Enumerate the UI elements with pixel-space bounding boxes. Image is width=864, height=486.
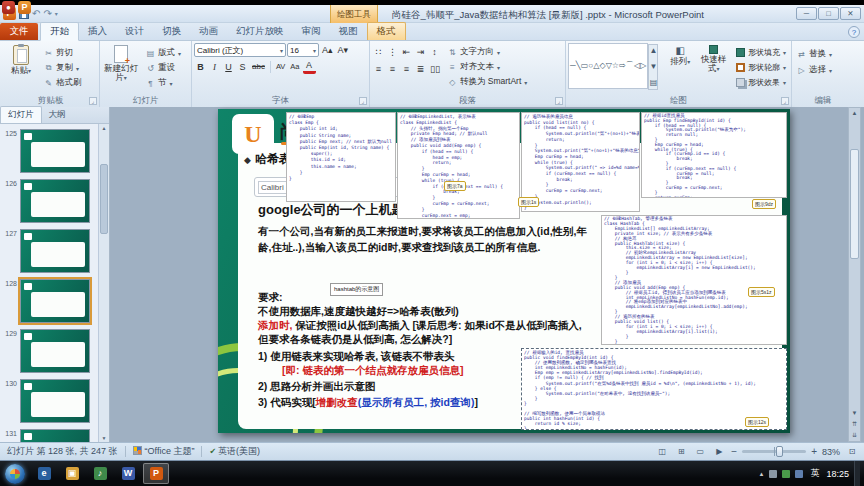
numbering-button[interactable]: ⋮ [386, 45, 399, 59]
taskbar-clock[interactable]: 18:25 [826, 469, 849, 479]
shape-triangle-icon[interactable]: △ [593, 61, 599, 71]
close-button[interactable]: ✕ [840, 7, 861, 20]
slide-thumbnail-128-selected[interactable] [20, 279, 90, 323]
scroll-up-icon[interactable]: ▲ [852, 108, 858, 119]
figure-tag[interactable]: 图示5s1z [748, 287, 775, 297]
slide-thumbnail-130[interactable] [20, 379, 90, 423]
align-right-button[interactable]: ≡ [400, 62, 413, 76]
slide-sorter-view-button[interactable]: ⊞ [674, 447, 688, 456]
align-left-button[interactable]: ≡ [372, 62, 385, 76]
figure-tag[interactable]: 图示9dz [752, 199, 776, 209]
show-desktop-button[interactable] [854, 461, 860, 486]
align-text-button[interactable]: ≡对齐文本▾ [445, 60, 530, 74]
tab-file[interactable]: 文件 [0, 23, 38, 40]
zoom-slider[interactable] [742, 450, 806, 453]
code-box-emp-class[interactable]: // 创建Emp class Emp { public int id; publ… [286, 112, 396, 202]
language-indicator[interactable]: ✔英语(美国) [209, 445, 260, 458]
slide-thumbnail-131[interactable] [20, 429, 90, 442]
code-box-emplinkedlist-add[interactable]: // 创建EmpLinkedList, 表示链表 class EmpLinked… [397, 112, 520, 219]
font-size-combo[interactable]: 16▾ [287, 43, 319, 57]
layout-button[interactable]: ▤版式▾ [143, 46, 184, 60]
next-slide-icon[interactable]: ⇊ [852, 430, 857, 441]
slide-thumbnail-129[interactable] [20, 329, 90, 373]
slide-heading[interactable]: google公司的一个上机题: [258, 201, 409, 219]
zoom-level[interactable]: 83% [822, 447, 840, 457]
taskbar-app-media[interactable]: ♪ [87, 463, 113, 484]
text-shadow-button[interactable]: S [236, 60, 249, 74]
panel-tab-outline[interactable]: 大纲 [42, 107, 73, 123]
minimize-button[interactable]: ─ [796, 7, 817, 20]
shapes-gallery-scrollbar[interactable]: ▲▼▤ [648, 44, 658, 90]
tray-icon-1[interactable] [769, 470, 777, 478]
shape-rectangle-icon[interactable]: ▭ [581, 61, 589, 71]
align-center-button[interactable]: ≡ [386, 62, 399, 76]
font-name-combo[interactable]: Calibri (正文)▾ [194, 43, 286, 57]
scroll-down-icon[interactable]: ▼ [852, 408, 858, 419]
format-painter-button[interactable]: ✎格式刷 [41, 76, 85, 90]
shape-effects-button[interactable]: 形状效果▾ [733, 75, 789, 89]
undo-icon[interactable]: ↶ [32, 8, 40, 20]
tab-view[interactable]: 视图 [330, 23, 367, 40]
line-spacing-button[interactable]: ↕ [428, 45, 441, 59]
list-item-2[interactable]: 2) 思路分析并画出示意图 [258, 380, 375, 394]
slide-thumbnail-127[interactable] [20, 229, 90, 273]
hashtab-diagram-label[interactable]: hashtab的示意图 [330, 283, 383, 296]
tray-icon-3[interactable] [795, 470, 803, 478]
paragraph-dialog-launcher[interactable]: ⌟ [555, 97, 563, 105]
change-case-button[interactable]: Aa [288, 60, 301, 74]
paste-button[interactable]: 粘贴▾ [4, 43, 38, 76]
text-direction-button[interactable]: ⇅文字方向▾ [445, 45, 530, 59]
tab-insert[interactable]: 插入 [79, 23, 116, 40]
start-button[interactable] [5, 464, 25, 484]
figure-tag[interactable]: 图示12s [745, 417, 769, 427]
taskbar-app-word[interactable]: W [115, 463, 141, 484]
taskbar-app-explorer[interactable]: ▣ [59, 463, 85, 484]
clipboard-dialog-launcher[interactable]: ⌟ [89, 97, 97, 105]
zoom-slider-thumb[interactable] [776, 446, 783, 457]
font-color-button[interactable]: A [303, 60, 316, 74]
taskbar-app-browser[interactable]: e [31, 463, 57, 484]
scrollbar-thumb[interactable] [850, 149, 859, 259]
shape-star-icon[interactable]: ☆ [612, 61, 619, 71]
panel-tab-slides[interactable]: 幻灯片 [0, 106, 42, 123]
copy-button[interactable]: ⧉复制▾ [41, 61, 85, 75]
help-icon[interactable]: ? [848, 26, 860, 38]
slide-paragraph[interactable]: 有一个公司,当有新的员工来报道时,要求将该员工的信息加入(id,性别,年龄,住址… [258, 223, 590, 255]
smartart-button[interactable]: ◇转换为 SmartArt▾ [445, 75, 530, 89]
reset-button[interactable]: ↺重设 [143, 61, 184, 75]
section-button[interactable]: ¶节▾ [143, 76, 184, 90]
figure-tag[interactable]: 图示1s [518, 197, 539, 207]
slide-thumbnail-125[interactable] [20, 129, 90, 173]
slide-canvas[interactable]: U 尚硅谷 ◆哈希表(散列)-应用实例 Calibri (正▾ 16▾ A▴ A… [218, 109, 790, 433]
slideshow-view-button[interactable]: ▶ [712, 447, 726, 456]
list-item-3[interactable]: 3) 代码实现[增删改查(显示所有员工, 按id查询)] [258, 396, 478, 410]
character-spacing-button[interactable]: AV [274, 60, 287, 74]
underline-button[interactable]: U [222, 60, 235, 74]
requirements-label[interactable]: 要求: [258, 291, 283, 305]
list-item-1[interactable]: 1) 使用链表来实现哈希表, 该链表不带表头 [258, 350, 455, 364]
code-box-list-method[interactable]: // 遍历链表的雇员信息 public void list(int no) { … [521, 112, 640, 212]
grow-font-button[interactable]: A▴ [320, 43, 335, 57]
tray-icon-2[interactable] [782, 470, 790, 478]
code-box-findempbyid[interactable]: // 根据id查找雇员 public Emp findEmpById(int i… [641, 112, 787, 198]
reading-view-button[interactable]: ▭ [693, 447, 707, 456]
input-language-indicator[interactable]: 英 [808, 467, 821, 480]
font-dialog-launcher[interactable]: ⌟ [359, 97, 367, 105]
requirement-2[interactable]: 添加时, 保证按照id从低到高插入 [课后思考: 如果id不是从低到高插入, 但… [258, 319, 594, 346]
strikethrough-button[interactable]: abc [250, 60, 267, 74]
tab-design[interactable]: 设计 [116, 23, 153, 40]
tab-slideshow[interactable]: 幻灯片放映 [227, 23, 293, 40]
panel-scrollbar-thumb[interactable] [100, 164, 108, 234]
quick-styles-button[interactable]: 快速样式▾ [698, 43, 730, 74]
normal-view-button[interactable]: ◫ [655, 447, 669, 456]
slide-thumbnail-126[interactable] [20, 179, 90, 223]
italic-button[interactable]: I [208, 60, 221, 74]
zoom-out-button[interactable]: − [731, 447, 737, 457]
bullets-button[interactable]: ∷ [372, 45, 385, 59]
arrange-button[interactable]: ◧ 排列▾ [666, 43, 695, 67]
new-slide-button[interactable]: 新建幻灯片▾ [102, 43, 140, 83]
requirement-1[interactable]: 不使用数据库,速度越快越好=>哈希表(散列) [258, 305, 459, 319]
fit-to-window-button[interactable]: ⊡ [845, 447, 859, 456]
cut-button[interactable]: ✂剪切 [41, 46, 85, 60]
maximize-button[interactable]: □ [818, 7, 839, 20]
